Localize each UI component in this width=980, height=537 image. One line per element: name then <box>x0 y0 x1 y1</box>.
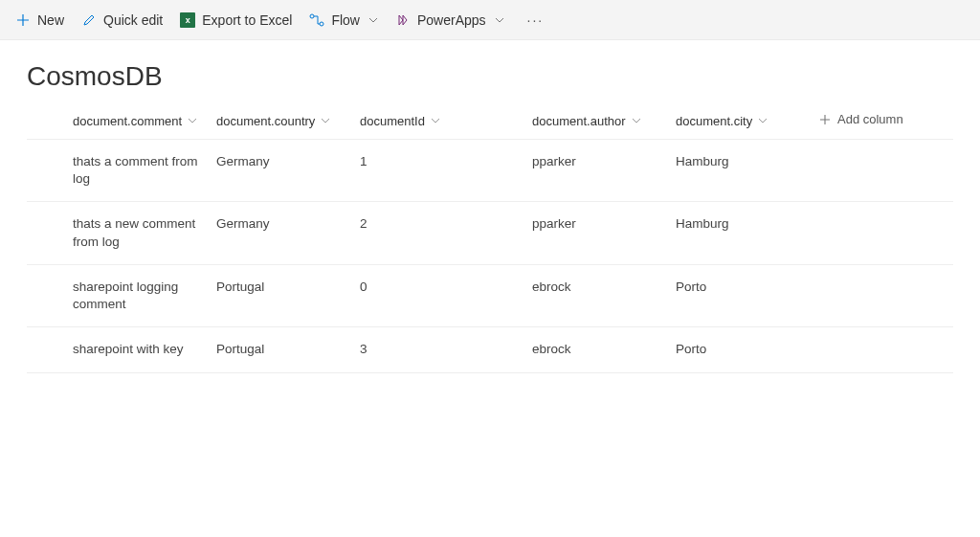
column-header-label: document.author <box>532 114 626 128</box>
column-header-label: documentId <box>360 114 425 128</box>
quick-edit-button[interactable]: Quick edit <box>81 12 163 28</box>
table-row[interactable]: sharepoint logging comment Portugal 0 eb… <box>27 265 953 327</box>
chevron-down-icon <box>188 116 197 125</box>
new-button[interactable]: New <box>15 12 64 28</box>
cell-id: 0 <box>360 279 532 296</box>
cell-country: Portugal <box>216 341 360 358</box>
table-row[interactable]: thats a comment from log Germany 1 ppark… <box>27 140 953 202</box>
chevron-down-icon <box>431 116 440 125</box>
flow-button[interactable]: Flow <box>309 12 378 28</box>
list-view: document.comment document.country docume… <box>0 101 980 373</box>
more-actions-button[interactable]: ··· <box>522 12 550 28</box>
pencil-icon <box>81 12 97 28</box>
cell-id: 3 <box>360 341 532 358</box>
chevron-down-icon <box>321 116 330 125</box>
column-header-author[interactable]: document.author <box>532 114 641 128</box>
cell-id: 2 <box>360 215 532 233</box>
column-header-label: document.country <box>216 114 315 128</box>
cell-id: 1 <box>360 153 532 170</box>
plus-icon <box>15 12 31 28</box>
cell-comment: sharepoint logging comment <box>73 279 216 313</box>
cell-author: ebrock <box>532 279 676 296</box>
cell-author: pparker <box>532 153 676 170</box>
table-row[interactable]: sharepoint with key Portugal 3 ebrock Po… <box>27 327 953 372</box>
export-excel-button[interactable]: x Export to Excel <box>180 12 292 28</box>
column-header-comment[interactable]: document.comment <box>73 114 197 128</box>
column-header-city[interactable]: document.city <box>676 114 768 128</box>
powerapps-button[interactable]: PowerApps <box>395 12 504 28</box>
excel-icon: x <box>180 12 195 28</box>
cell-comment: thats a comment from log <box>73 153 216 188</box>
powerapps-label: PowerApps <box>417 12 486 28</box>
column-header-row: document.comment document.country docume… <box>27 101 953 140</box>
flow-icon <box>309 12 324 28</box>
cell-country: Germany <box>216 215 360 233</box>
cell-city: Hamburg <box>676 215 819 233</box>
cell-city: Porto <box>676 279 819 296</box>
cell-country: Portugal <box>216 279 360 296</box>
cell-country: Germany <box>216 153 360 170</box>
chevron-down-icon <box>368 15 378 25</box>
powerapps-icon <box>395 12 411 28</box>
chevron-down-icon <box>758 116 768 125</box>
add-column-label: Add column <box>837 112 903 126</box>
table-row[interactable]: thats a new comment from log Germany 2 p… <box>27 202 953 264</box>
add-column-button[interactable]: Add column <box>819 112 903 126</box>
flow-label: Flow <box>331 12 360 28</box>
command-bar: New Quick edit x Export to Excel Flow Po… <box>0 0 980 40</box>
cell-author: ebrock <box>532 341 676 358</box>
plus-icon <box>819 114 831 125</box>
column-header-country[interactable]: document.country <box>216 114 330 128</box>
cell-comment: thats a new comment from log <box>73 215 216 250</box>
cell-city: Porto <box>676 341 819 358</box>
svg-point-0 <box>310 14 314 18</box>
export-excel-label: Export to Excel <box>202 12 292 28</box>
page-title: CosmosDB <box>0 40 980 101</box>
quick-edit-label: Quick edit <box>103 12 163 28</box>
chevron-down-icon <box>495 15 504 25</box>
svg-point-1 <box>320 22 323 26</box>
new-label: New <box>37 12 64 28</box>
cell-city: Hamburg <box>676 153 819 170</box>
cell-comment: sharepoint with key <box>73 341 216 358</box>
cell-author: pparker <box>532 215 676 233</box>
column-header-id[interactable]: documentId <box>360 114 440 128</box>
chevron-down-icon <box>632 116 641 125</box>
column-header-label: document.city <box>676 114 752 128</box>
column-header-label: document.comment <box>73 114 182 128</box>
